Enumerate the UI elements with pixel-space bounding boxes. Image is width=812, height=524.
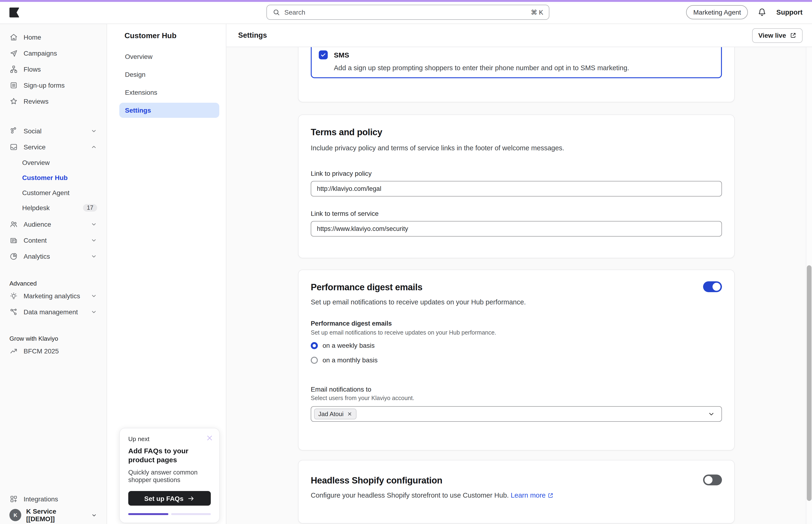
chevron-down-icon: [91, 253, 97, 260]
onboarding-progress: [128, 513, 211, 515]
sidebar-item-audience[interactable]: Audience: [0, 216, 107, 232]
digest-sub-description: Set up email notifications to receive up…: [311, 329, 722, 337]
digest-toggle[interactable]: [703, 281, 722, 292]
sidebar-item-reviews[interactable]: Reviews: [0, 93, 107, 109]
digest-card-description: Set up email notifications to receive up…: [311, 297, 689, 307]
sidebar-item-home[interactable]: Home: [0, 29, 107, 45]
klaviyo-app: ⌘ K Marketing Agent Support Home Campaig…: [0, 0, 812, 524]
bulb-icon: [10, 292, 18, 300]
page-header: Settings View live: [226, 24, 812, 47]
subnav-item-extensions[interactable]: Extensions: [119, 85, 219, 100]
terms-of-service-input[interactable]: [311, 221, 722, 236]
account-name: K Service [[DEMO]]: [26, 508, 85, 523]
radio-unselected-icon: [311, 357, 318, 363]
sidebar-item-social[interactable]: Social: [0, 123, 107, 139]
set-up-faqs-button[interactable]: Set up FAQs: [128, 491, 211, 506]
headless-card-title: Headless Shopify configuration: [311, 475, 689, 487]
chevron-down-icon: [91, 237, 97, 244]
up-next-title: Add FAQs to your product pages: [128, 446, 211, 464]
send-icon: [10, 49, 18, 58]
search-input[interactable]: [284, 9, 526, 16]
subnav-item-overview[interactable]: Overview: [119, 49, 219, 64]
remove-recipient-icon[interactable]: [347, 411, 352, 416]
subnav-item-settings[interactable]: Settings: [119, 103, 219, 118]
settings-scroll-area: SMS Add a sign up step prompting shopper…: [226, 47, 812, 524]
sidebar-item-data-management[interactable]: Data management: [0, 304, 107, 320]
sms-option-box[interactable]: SMS Add a sign up step prompting shopper…: [311, 47, 722, 78]
chevron-down-icon: [708, 410, 715, 417]
external-link-icon: [547, 492, 554, 498]
email-notifications-label: Email notifications to: [311, 386, 722, 393]
main-panel: Settings View live SMS Add a sign up ste…: [226, 24, 812, 524]
support-link[interactable]: Support: [776, 8, 802, 16]
sidebar-item-signup-forms[interactable]: Sign-up forms: [0, 77, 107, 93]
scrollbar-gutter: [806, 47, 812, 524]
headless-toggle[interactable]: [703, 475, 722, 485]
sidebar-item-flows[interactable]: Flows: [0, 61, 107, 77]
search-bar[interactable]: ⌘ K: [267, 5, 550, 20]
account-switcher[interactable]: K K Service [[DEMO]]: [0, 507, 107, 523]
page-title: Settings: [238, 31, 267, 39]
progress-step-done: [128, 513, 168, 515]
sidebar-item-analytics[interactable]: Analytics: [0, 248, 107, 264]
up-next-eyebrow: Up next: [128, 436, 211, 442]
main-sidebar: Home Campaigns Flows Sign-up forms Revie…: [0, 24, 107, 524]
people-icon: [10, 220, 18, 229]
sms-option-label: SMS: [334, 51, 349, 59]
external-link-icon: [790, 32, 796, 39]
sidebar-item-content[interactable]: Content: [0, 232, 107, 248]
headless-card-description: Configure your headless Shopify storefro…: [311, 491, 689, 500]
recipient-chip[interactable]: Jad Atoui: [314, 409, 356, 420]
sms-option-description: Add a sign up step prompting shoppers to…: [334, 63, 714, 72]
privacy-policy-label: Link to privacy policy: [311, 170, 722, 177]
sidebar-item-integrations[interactable]: Integrations: [0, 491, 107, 507]
flow-icon: [10, 65, 18, 73]
chevron-down-icon: [91, 512, 97, 518]
performance-digest-card: Performance digest emails Set up email n…: [298, 269, 735, 451]
signup-steps-card: SMS Add a sign up step prompting shopper…: [298, 47, 735, 102]
news-icon: [10, 236, 18, 245]
scrollbar-thumb[interactable]: [807, 265, 812, 501]
sidebar-item-helpdesk[interactable]: Helpdesk 17: [0, 200, 107, 215]
digest-sub-title: Performance digest emails: [311, 320, 722, 327]
check-icon: [320, 52, 326, 58]
loading-stripe: [0, 0, 812, 2]
integrations-icon: [10, 495, 18, 503]
radio-monthly-basis[interactable]: on a monthly basis: [311, 354, 722, 366]
sidebar-item-campaigns[interactable]: Campaigns: [0, 45, 107, 61]
search-shortcut: ⌘ K: [531, 9, 543, 16]
search-icon: [273, 9, 280, 16]
notifications-bell-icon[interactable]: [758, 7, 767, 17]
privacy-policy-input[interactable]: [311, 181, 722, 197]
marketing-agent-button[interactable]: Marketing Agent: [686, 5, 748, 19]
sidebar-item-bfcm-2025[interactable]: BFCM 2025: [0, 343, 107, 359]
customer-hub-subnav: Customer Hub Overview Design Extensions …: [107, 24, 226, 524]
view-live-button[interactable]: View live: [752, 28, 802, 43]
chevron-down-icon: [91, 221, 97, 228]
subnav-item-design[interactable]: Design: [119, 67, 219, 82]
form-icon: [10, 81, 18, 89]
chevron-up-icon: [91, 144, 97, 150]
sidebar-item-customer-hub[interactable]: Customer Hub: [0, 170, 107, 185]
sidebar-item-service-overview[interactable]: Overview: [0, 155, 107, 170]
star-icon: [10, 97, 18, 105]
headless-shopify-card: Headless Shopify configuration Configure…: [298, 460, 735, 524]
close-icon[interactable]: [206, 434, 213, 442]
sidebar-item-service[interactable]: Service: [0, 139, 107, 155]
sms-checkbox[interactable]: [319, 50, 328, 59]
radio-weekly-basis[interactable]: on a weekly basis: [311, 340, 722, 351]
trend-up-icon: [10, 347, 18, 355]
klaviyo-logo: [10, 7, 19, 17]
sidebar-item-customer-agent[interactable]: Customer Agent: [0, 185, 107, 200]
terms-card-description: Include privacy policy and terms of serv…: [311, 143, 722, 153]
up-next-card: Up next Add FAQs to your product pages Q…: [119, 428, 220, 523]
learn-more-link[interactable]: Learn more: [511, 491, 554, 500]
terms-of-service-label: Link to terms of service: [311, 210, 722, 217]
up-next-description: Quickly answer common shopper questions: [128, 469, 211, 484]
chevron-down-icon: [91, 293, 97, 299]
email-recipients-select[interactable]: Jad Atoui: [311, 406, 722, 422]
terms-card-title: Terms and policy: [311, 126, 722, 138]
terms-policy-card: Terms and policy Include privacy policy …: [298, 115, 735, 258]
advanced-section-label: Advanced: [0, 278, 107, 288]
sidebar-item-marketing-analytics[interactable]: Marketing analytics: [0, 288, 107, 304]
